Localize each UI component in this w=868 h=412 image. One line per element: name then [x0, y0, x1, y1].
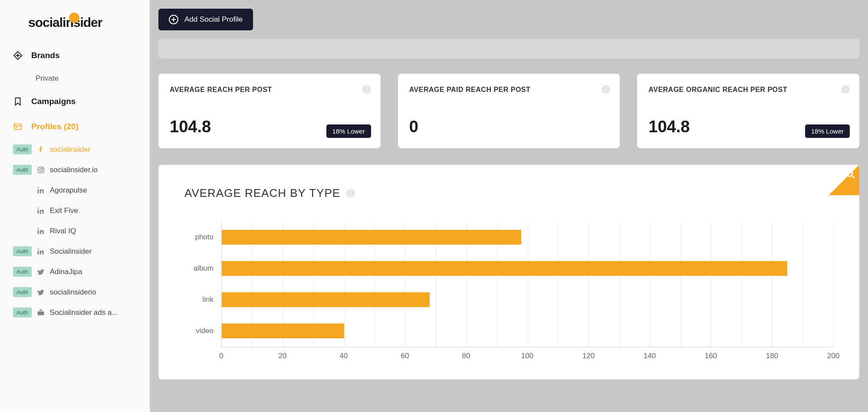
metric-badge: 18% Lower	[326, 124, 371, 138]
profile-item[interactable]: Authsocialinsider	[0, 139, 150, 160]
profile-item[interactable]: AuthExit Five	[0, 200, 150, 221]
profile-name: socialinsiderio	[50, 288, 137, 297]
facebook-icon	[37, 146, 45, 154]
chart-y-label: photo	[184, 222, 214, 253]
svg-rect-0	[14, 124, 22, 130]
svg-rect-8	[37, 209, 39, 213]
topbar: Add Social Profile	[150, 0, 868, 39]
info-icon[interactable]: i	[362, 85, 371, 94]
profile-name: socialinsider	[50, 145, 137, 154]
collapsed-panel	[158, 39, 859, 59]
metric-title: AVERAGE PAID REACH PER POST	[409, 86, 609, 94]
plus-circle-icon	[169, 15, 178, 24]
chart-x-tick: 80	[462, 352, 470, 360]
svg-point-4	[39, 169, 42, 171]
chart-x-tick: 160	[705, 352, 717, 360]
chart-x-tick: 60	[401, 352, 409, 360]
svg-line-15	[852, 175, 855, 178]
profile-name: Socialinsider ads a...	[50, 308, 137, 317]
profile-item[interactable]: Authsocialinsiderio	[0, 282, 150, 302]
svg-point-7	[37, 187, 39, 188]
profile-item[interactable]: AuthRival IQ	[0, 221, 150, 241]
metric-value: 0	[409, 118, 609, 136]
metric-avg-organic-reach: AVERAGE ORGANIC REACH PER POST i 104.8 1…	[637, 74, 859, 148]
svg-rect-10	[37, 230, 39, 234]
nav-campaigns[interactable]: Campaigns	[0, 89, 150, 114]
info-icon[interactable]: i	[841, 85, 850, 94]
chart-bar	[222, 230, 521, 245]
add-button-label: Add Social Profile	[184, 15, 243, 24]
chart-x-tick: 120	[582, 352, 595, 360]
chart-x-tick: 100	[521, 352, 533, 360]
chart-plot	[221, 222, 833, 347]
twitter-icon	[37, 288, 45, 296]
chart-expand-corner[interactable]	[829, 165, 859, 195]
chart-x-tick: 40	[340, 352, 348, 360]
chart-area: photoalbumlinkvideo	[184, 222, 833, 347]
svg-point-5	[42, 168, 43, 169]
linkedin-icon	[37, 207, 45, 215]
nav-campaigns-label: Campaigns	[31, 97, 76, 106]
add-social-profile-button[interactable]: Add Social Profile	[158, 9, 253, 30]
profile-name: socialinsider.io	[50, 166, 137, 174]
sidebar: socialinsider Brands Private Campaigns P…	[0, 0, 150, 412]
metric-badge: 18% Lower	[805, 124, 850, 138]
twitter-icon	[37, 268, 45, 276]
chart-x-tick: 0	[219, 352, 223, 360]
auth-badge: Auth	[13, 307, 32, 317]
svg-point-14	[846, 170, 852, 176]
metric-title: AVERAGE ORGANIC REACH PER POST	[648, 86, 848, 94]
linkedin-icon	[37, 248, 45, 255]
linkedin-icon	[37, 186, 45, 194]
chart-x-tick: 20	[279, 352, 287, 360]
auth-badge: Auth	[13, 287, 32, 297]
nav-brands[interactable]: Brands	[0, 43, 150, 68]
profile-name: Agorapulse	[50, 186, 137, 195]
svg-rect-12	[37, 250, 39, 254]
profile-item[interactable]: Authsocialinsider.io	[0, 160, 150, 180]
chart-x-tick: 180	[766, 352, 778, 360]
svg-point-13	[37, 248, 39, 249]
chart-y-label: link	[184, 284, 214, 315]
logo[interactable]: socialinsider	[0, 9, 150, 43]
nav-brands-private[interactable]: Private	[0, 68, 150, 89]
profiles-icon	[13, 122, 23, 131]
profile-item[interactable]: AuthAdinaJipa	[0, 262, 150, 282]
profile-name: Socialinsider	[50, 247, 137, 256]
profile-name: Exit Five	[50, 206, 137, 215]
profile-item[interactable]: AuthSocialinsider ads a...	[0, 302, 150, 323]
svg-point-9	[37, 207, 39, 209]
metric-avg-paid-reach: AVERAGE PAID REACH PER POST i 0	[398, 74, 620, 148]
metric-title: AVERAGE REACH PER POST	[170, 86, 369, 94]
auth-badge: Auth	[13, 165, 32, 175]
svg-point-11	[37, 228, 39, 229]
nav-profiles[interactable]: Profiles (20)	[0, 114, 150, 139]
profile-item[interactable]: AuthSocialinsider	[0, 241, 150, 262]
profile-name: AdinaJipa	[50, 268, 137, 276]
chart-bar	[222, 292, 430, 307]
profile-item[interactable]: AuthAgorapulse	[0, 180, 150, 200]
chart-bar	[222, 261, 787, 276]
chart-card: AVERAGE REACH BY TYPE i photoalbumlinkvi…	[158, 165, 859, 379]
auth-badge: Auth	[13, 246, 32, 256]
profile-list: AuthsocialinsiderAuthsocialinsider.ioAut…	[0, 139, 150, 323]
auth-badge: Auth	[13, 267, 32, 277]
profile-name: Rival IQ	[50, 227, 137, 235]
info-icon[interactable]: i	[346, 189, 355, 198]
auth-badge: Auth	[13, 144, 32, 154]
chart-x-tick: 140	[644, 352, 656, 360]
linkedin-icon	[37, 227, 45, 235]
chart-x-tick: 200	[827, 352, 839, 360]
chart-bar	[222, 324, 344, 338]
main-content: Add Social Profile AVERAGE REACH PER POS…	[150, 0, 868, 412]
info-icon[interactable]: i	[602, 85, 610, 94]
bookmark-icon	[13, 97, 23, 106]
search-icon	[845, 168, 856, 180]
svg-rect-6	[37, 189, 39, 193]
move-icon	[13, 51, 23, 60]
chart-y-label: album	[184, 253, 214, 284]
nav-brands-label: Brands	[31, 51, 59, 60]
chart-title: AVERAGE REACH BY TYPE	[184, 186, 340, 200]
logo-text: socialinsider	[28, 15, 102, 30]
chart-y-label: video	[184, 315, 214, 347]
